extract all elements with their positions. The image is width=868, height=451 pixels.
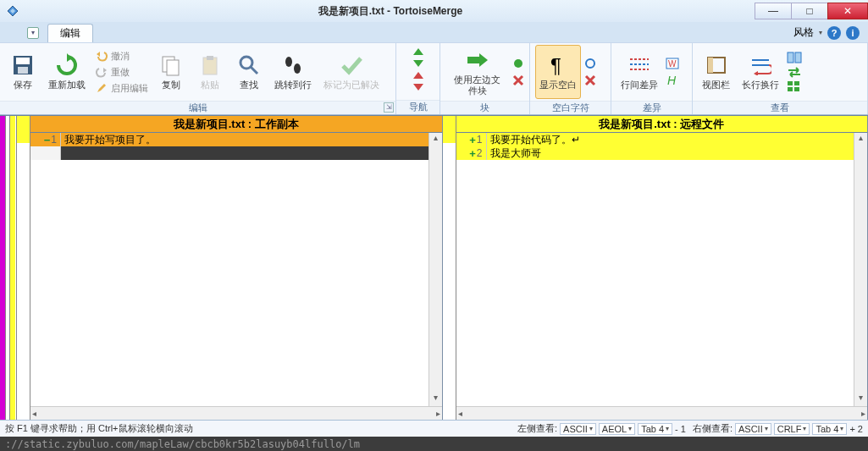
style-label: 风格	[793, 25, 814, 40]
block-x-icon[interactable]	[512, 74, 524, 86]
left-pane-title: 我是新项目.txt : 工作副本	[30, 116, 442, 133]
status-right-encoding[interactable]: ASCII▾	[735, 423, 771, 435]
svg-rect-28	[794, 81, 799, 85]
show-whitespace-button[interactable]: ¶ 显示空白	[535, 45, 581, 99]
app-icon	[5, 3, 20, 19]
save-button[interactable]: 保存	[5, 45, 41, 99]
paste-icon	[197, 52, 223, 78]
left-vscrollbar[interactable]: ▴▾	[428, 133, 442, 406]
view-split-icon[interactable]	[787, 52, 802, 63]
statusbar: 按 F1 键寻求帮助；用 Ctrl+鼠标滚轮横向滚动 左侧查看: ASCII▾ …	[0, 420, 868, 437]
svg-point-9	[285, 57, 292, 67]
right-pane: 我是新项目.txt : 远程文件 +1 我要开始代码了。↵ +2 我是大师哥 ▴…	[456, 116, 869, 420]
svg-text:W: W	[668, 59, 677, 69]
use-left-block-button[interactable]: 使用左边文件块	[445, 45, 509, 99]
svg-rect-2	[18, 67, 28, 74]
group-label-edit: 编辑	[189, 102, 207, 113]
redo-button[interactable]: 重做	[93, 64, 150, 80]
left-line-eof	[30, 146, 442, 160]
status-right-tab[interactable]: Tab 4▾	[812, 423, 847, 435]
block-dot-icon[interactable]	[512, 58, 524, 69]
diff-panes: 我是新项目.txt : 工作副本 −1 我要开始写项目了。 ▴▾ ◂▸ 我是新项…	[0, 115, 868, 420]
view-swap-icon[interactable]	[787, 66, 802, 78]
locator-bar-left[interactable]	[17, 116, 30, 420]
goto-button[interactable]: 跳转到行	[270, 45, 316, 99]
find-button[interactable]: 查找	[231, 45, 267, 99]
wrap-icon	[748, 52, 773, 78]
svg-rect-1	[16, 58, 30, 64]
status-right-eol[interactable]: CRLF▾	[774, 423, 810, 435]
diff-h-icon[interactable]: H	[666, 74, 679, 86]
titlebar: 我是新项目.txt - TortoiseMerge — □ ✕	[0, 0, 868, 22]
group-launcher-edit[interactable]: ⇲	[384, 102, 394, 113]
info-icon[interactable]: i	[846, 26, 860, 40]
ws-circle-icon[interactable]	[584, 58, 596, 69]
maximize-button[interactable]: □	[791, 3, 828, 19]
search-icon	[236, 52, 262, 78]
qat-dropdown[interactable]: ▾	[27, 27, 39, 39]
right-pane-title: 我是新项目.txt : 远程文件	[456, 116, 868, 133]
svg-rect-4	[167, 60, 179, 75]
arrow-right-icon	[465, 47, 490, 73]
right-line-1[interactable]: +1 我要开始代码了。↵	[456, 133, 868, 146]
status-left-encoding[interactable]: ASCII▾	[560, 423, 596, 435]
left-line-1[interactable]: −1 我要开始写项目了。	[30, 133, 442, 146]
help-icon[interactable]: ?	[827, 26, 841, 40]
viewbar-button[interactable]: 视图栏	[698, 45, 734, 99]
status-left-tab[interactable]: Tab 4▾	[638, 423, 672, 435]
undo-icon	[95, 49, 108, 63]
copy-button[interactable]: 复制	[153, 45, 189, 99]
right-hscrollbar[interactable]: ◂▸	[456, 406, 868, 420]
status-right-label: 右侧查看:	[693, 422, 733, 435]
svg-rect-6	[207, 56, 213, 60]
svg-rect-30	[794, 87, 799, 91]
nav-next-diff-icon[interactable]	[412, 82, 425, 92]
window-title: 我是新项目.txt - TortoiseMerge	[25, 4, 755, 19]
close-button[interactable]: ✕	[827, 3, 868, 19]
nav-prev-conflict-icon[interactable]	[412, 47, 425, 57]
right-vscrollbar[interactable]: ▴▾	[854, 133, 867, 406]
group-label-nav: 导航	[396, 100, 440, 114]
status-right-count: + 2	[849, 424, 863, 434]
redo-icon	[95, 65, 108, 79]
nav-next-conflict-icon[interactable]	[412, 58, 425, 69]
svg-rect-26	[795, 52, 801, 63]
style-dropdown-icon[interactable]: ▾	[819, 29, 822, 36]
nav-prev-diff-icon[interactable]	[412, 70, 425, 80]
overview-gutter[interactable]	[0, 116, 17, 420]
reload-button[interactable]: 重新加载	[44, 45, 90, 99]
group-label-view: 查看	[693, 101, 867, 114]
mark-resolved-button[interactable]: 标记为已解决	[319, 45, 384, 99]
right-line-2[interactable]: +2 我是大师哥	[456, 146, 868, 160]
ws-x-icon[interactable]	[584, 74, 596, 86]
left-pane-body[interactable]: −1 我要开始写项目了。 ▴▾	[30, 133, 442, 406]
pilcrow-icon: ¶	[545, 52, 571, 78]
minimize-button[interactable]: —	[755, 3, 792, 19]
copy-icon	[158, 52, 184, 78]
quick-access-row: ▾ 编辑 风格 ▾ ? i	[0, 22, 868, 42]
svg-point-12	[514, 59, 522, 68]
diff-w-icon[interactable]: W	[666, 58, 679, 69]
group-label-block: 块	[440, 101, 529, 114]
ribbon: 保存 重新加载 撤消 重做 启用编辑 复制 粘贴 查找	[0, 42, 868, 115]
cropped-text: ://static.zybuluo.com/mapleLaw/cbcb0kr5b…	[0, 437, 868, 451]
save-icon	[10, 52, 36, 78]
left-hscrollbar[interactable]: ◂▸	[30, 406, 442, 420]
pencil-icon	[95, 81, 108, 95]
inline-diff-button[interactable]: 行间差异	[616, 45, 662, 99]
svg-text:¶: ¶	[550, 54, 561, 76]
status-left-eol[interactable]: AEOL▾	[599, 423, 635, 435]
view-grid-icon[interactable]	[787, 80, 802, 92]
locator-bar-right[interactable]	[443, 116, 456, 420]
svg-rect-11	[467, 57, 479, 63]
left-pane: 我是新项目.txt : 工作副本 −1 我要开始写项目了。 ▴▾ ◂▸	[30, 116, 443, 420]
undo-button[interactable]: 撤消	[93, 48, 150, 63]
tab-edit[interactable]: 编辑	[47, 24, 93, 42]
check-icon	[339, 52, 364, 78]
svg-point-7	[240, 57, 252, 69]
enable-edit-button[interactable]: 启用编辑	[93, 80, 150, 96]
wrap-button[interactable]: 长行换行	[738, 45, 783, 99]
paste-button[interactable]: 粘贴	[192, 45, 228, 99]
svg-rect-22	[708, 58, 713, 73]
right-pane-body[interactable]: +1 我要开始代码了。↵ +2 我是大师哥 ▴▾	[456, 133, 868, 406]
